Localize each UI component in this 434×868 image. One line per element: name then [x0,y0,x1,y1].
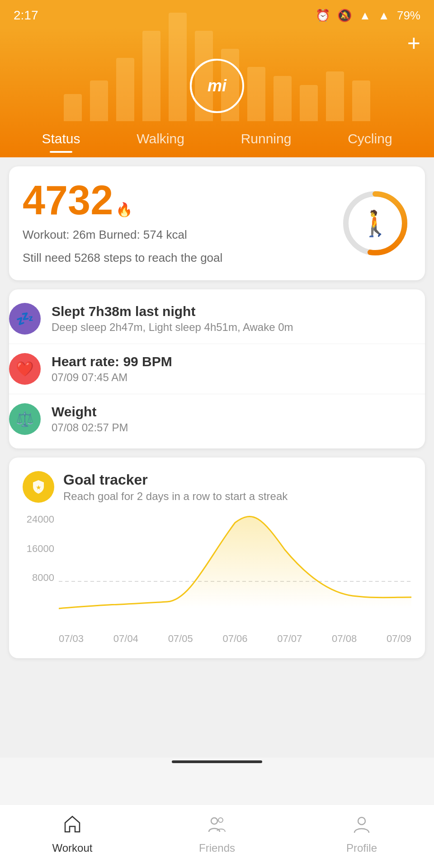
heart-item[interactable]: ❤️ Heart rate: 99 BPM 07/09 07:45 AM [9,344,425,394]
steps-desc2: Still need 5268 steps to reach the goal [23,249,339,267]
steps-flame-icon: 🔥 [116,203,132,217]
status-time: 2:17 [14,8,38,23]
chart-y-label-16k: 16000 [23,543,54,555]
mi-logo-text: mi [208,76,226,95]
weight-item[interactable]: ⚖️ Weight 07/08 02:57 PM [9,394,425,444]
chart-y-label-0 [23,601,54,613]
bottom-spacer [9,667,425,749]
weight-title: Weight [52,404,128,420]
mute-icon: 🔕 [337,9,352,23]
chart-y-label-8k: 8000 [23,572,54,584]
wifi-icon: ▲ [359,9,371,23]
nav-tabs: Status Walking Running Cycling [14,127,420,157]
nav-friends-label: Friends [199,842,235,854]
chart-x-label-0709: 07/09 [387,633,411,645]
svg-point-1 [211,818,217,824]
heart-subtitle: 07/09 07:45 AM [52,371,172,384]
chart-x-label-0705: 07/05 [168,633,193,645]
steps-circle-progress: 🚶 [339,187,411,259]
goal-subtitle: Reach goal for 2 days in a row to start … [63,490,288,503]
svg-point-3 [358,817,365,825]
battery-level: 79% [397,9,420,23]
sleep-title: Slept 7h38m last night [52,304,293,319]
chart-x-label-0703: 07/03 [59,633,84,645]
chart-x-label-0707: 07/07 [277,633,302,645]
alarm-icon: ⏰ [316,9,330,23]
tab-status[interactable]: Status [33,127,89,157]
nav-workout[interactable]: Workout [0,814,145,854]
weight-subtitle: 07/08 02:57 PM [52,421,128,434]
bottom-nav: Workout Friends Profile [0,804,434,868]
signal-icon: ▲ [378,9,390,23]
main-content: 4732 🔥 Workout: 26m Burned: 574 kcal Sti… [0,157,434,758]
walk-icon: 🚶 [360,209,391,238]
goal-shield-icon: ★ [23,471,54,503]
heart-text: Heart rate: 99 BPM 07/09 07:45 AM [52,354,172,384]
status-icons: ⏰ 🔕 ▲ ▲ 79% [316,9,420,23]
profile-icon [352,814,372,838]
goal-title: Goal tracker [63,472,288,488]
friends-icon [207,814,227,838]
steps-desc1: Workout: 26m Burned: 574 kcal [23,226,339,244]
goal-chart-area: 24000 16000 8000 [23,514,411,631]
chart-svg-wrapper [59,514,411,631]
heart-icon: ❤️ [9,353,41,385]
heart-title: Heart rate: 99 BPM [52,354,172,369]
status-bar: 2:17 ⏰ 🔕 ▲ ▲ 79% [0,0,434,27]
nav-profile-label: Profile [346,842,377,854]
sleep-icon: 💤 [9,303,41,335]
info-list-card: 💤 Slept 7h38m last night Deep sleep 2h47… [9,289,425,448]
goal-header: ★ Goal tracker Reach goal for 2 days in … [23,471,411,503]
chart-area-fill [59,517,411,609]
nav-workout-label: Workout [52,842,93,854]
tab-cycling[interactable]: Cycling [339,127,401,157]
chart-x-label-0704: 07/04 [113,633,138,645]
goal-text: Goal tracker Reach goal for 2 days in a … [63,472,288,503]
steps-card: 4732 🔥 Workout: 26m Burned: 574 kcal Sti… [9,166,425,280]
goal-chart-container: 24000 16000 8000 [23,514,411,645]
chart-x-label-0708: 07/08 [332,633,357,645]
svg-text:★: ★ [36,484,42,491]
header-area: + mi Status Walking Running Cycling [0,27,434,157]
chart-x-labels: 07/03 07/04 07/05 07/06 07/07 07/08 07/0… [59,633,411,645]
mi-logo-circle: mi [190,59,244,113]
home-icon [62,814,82,838]
nav-profile[interactable]: Profile [289,814,434,854]
chart-y-labels: 24000 16000 8000 [23,514,54,631]
home-indicator [172,760,262,763]
sleep-text: Slept 7h38m last night Deep sleep 2h47m,… [52,304,293,334]
logo-area: mi [14,59,420,113]
weight-icon: ⚖️ [9,403,41,435]
tab-running[interactable]: Running [232,127,301,157]
steps-info: 4732 🔥 Workout: 26m Burned: 574 kcal Sti… [23,180,339,267]
chart-y-label-24k: 24000 [23,514,54,525]
sleep-subtitle: Deep sleep 2h47m, Light sleep 4h51m, Awa… [52,321,293,334]
chart-svg [59,514,411,613]
tab-walking[interactable]: Walking [127,127,193,157]
weight-text: Weight 07/08 02:57 PM [52,404,128,434]
chart-x-label-0706: 07/06 [222,633,247,645]
nav-friends[interactable]: Friends [145,814,289,854]
sleep-item[interactable]: 💤 Slept 7h38m last night Deep sleep 2h47… [9,294,425,344]
svg-point-2 [218,818,223,822]
goal-tracker-card: ★ Goal tracker Reach goal for 2 days in … [9,458,425,658]
steps-number: 4732 🔥 [23,180,339,221]
